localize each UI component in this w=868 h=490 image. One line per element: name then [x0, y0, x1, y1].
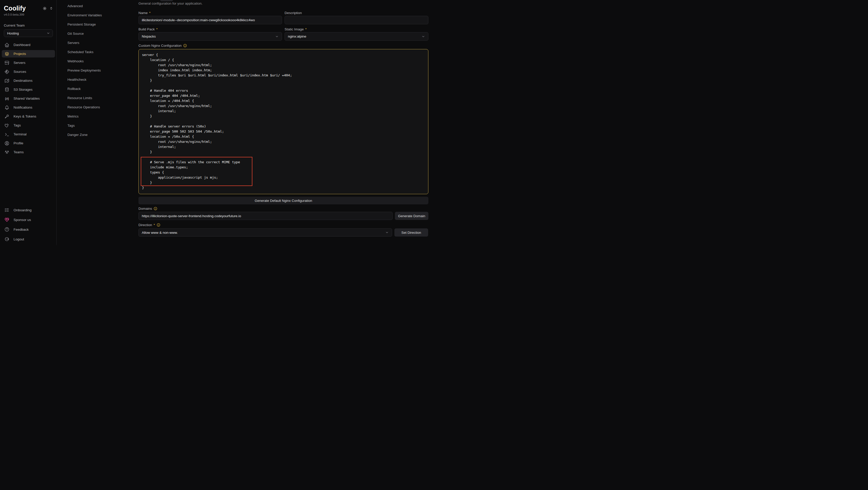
subnav-item-label: Servers	[67, 41, 80, 45]
subnav-item-label: Persistent Storage	[67, 23, 96, 26]
sidebar-item-sponsor-us[interactable]: Sponsor us	[2, 216, 55, 223]
info-icon[interactable]	[183, 44, 187, 48]
tags-icon	[4, 123, 9, 128]
sidebar-item-teams[interactable]: Teams	[2, 148, 55, 156]
scrolled-element-remnant	[160, 0, 173, 1]
sidebar-item-shared-variables[interactable]: (x) Shared Variables	[2, 95, 55, 102]
subnav-item-preview-deployments[interactable]: Preview Deployments	[57, 66, 138, 75]
sidebar-item-label: Keys & Tokens	[13, 115, 36, 118]
direction-select[interactable]: Allow www & non-www.	[138, 228, 392, 237]
logout-icon	[4, 237, 9, 242]
subnav-item-scheduled-tasks[interactable]: Scheduled Tasks	[57, 47, 138, 57]
sidebar-item-projects[interactable]: Projects	[2, 50, 55, 58]
subnav-item-resource-limits[interactable]: Resource Limits	[57, 93, 138, 102]
heart-handshake-icon	[4, 217, 9, 222]
sidebar-item-logout[interactable]: Logout	[2, 235, 55, 243]
theme-toggle-sun-icon[interactable]	[42, 6, 47, 11]
bell-icon	[4, 105, 9, 110]
settings-subnav: Advanced Environment Variables Persisten…	[57, 0, 138, 245]
terminal-icon	[4, 132, 9, 137]
sidebar-item-destinations[interactable]: Destinations	[2, 77, 55, 84]
key-icon	[4, 114, 9, 119]
subnav-item-danger-zone[interactable]: Danger Zone	[57, 130, 138, 139]
sidebar-item-notifications[interactable]: Notifications	[2, 104, 55, 111]
nginx-config-label-text: Custom Nginx Configuration	[138, 44, 182, 48]
sidebar-item-feedback[interactable]: Feedback	[2, 225, 55, 233]
generate-nginx-config-button[interactable]: Generate Default Nginx Configuration	[138, 197, 428, 204]
sidebar-item-sources[interactable]: Sources	[2, 68, 55, 75]
page-description: General configuration for your applicati…	[138, 2, 203, 5]
domains-label: Domains	[138, 207, 157, 211]
chevron-down-icon	[275, 35, 279, 38]
subnav-item-rollback[interactable]: Rollback	[57, 84, 138, 93]
sidebar-item-label: Shared Variables	[13, 97, 40, 100]
sidebar-item-dashboard[interactable]: Dashboard	[2, 41, 55, 49]
subnav-item-label: Danger Zone	[67, 133, 88, 137]
subnav-item-label: Scheduled Tasks	[67, 50, 93, 54]
sidebar-item-s3-storages[interactable]: S3 Storages	[2, 86, 55, 93]
sidebar: Coolify v4.0.0-beta.399 Current Team Hos…	[0, 0, 57, 245]
sidebar-item-keys-tokens[interactable]: Keys & Tokens	[2, 113, 55, 120]
home-icon	[4, 42, 9, 48]
build-pack-select[interactable]: Nixpacks	[138, 32, 282, 41]
name-input[interactable]	[138, 16, 282, 24]
info-icon[interactable]	[154, 207, 157, 211]
direction-label-text: Direction	[138, 223, 152, 227]
checklist-icon	[4, 208, 9, 213]
description-input[interactable]	[285, 16, 428, 24]
help-circle-icon	[4, 227, 9, 232]
sidebar-item-label: Servers	[13, 61, 26, 65]
set-direction-button[interactable]: Set Direction	[394, 228, 428, 237]
sidebar-bottom-nav: Onboarding Sponsor us Feedback Logout	[2, 206, 55, 243]
info-icon[interactable]	[157, 223, 160, 227]
nginx-config-editor[interactable]: server { location / { root /usr/share/ng…	[138, 49, 428, 194]
version-selector-icon[interactable]	[50, 7, 53, 10]
subnav-item-resource-operations[interactable]: Resource Operations	[57, 102, 138, 112]
build-pack-label: Build Pack*	[138, 27, 158, 31]
description-label-text: Description	[285, 11, 302, 15]
name-label: Name*	[138, 11, 151, 15]
static-image-value: nginx:alpine	[288, 34, 306, 38]
sidebar-item-label: Onboarding	[13, 208, 32, 212]
subnav-item-label: Advanced	[67, 4, 83, 8]
subnav-item-advanced[interactable]: Advanced	[57, 1, 138, 10]
sidebar-item-tags[interactable]: Tags	[2, 122, 55, 129]
layers-icon	[4, 51, 9, 57]
required-asterisk: *	[149, 11, 151, 15]
subnav-item-label: Tags	[67, 124, 75, 127]
sidebar-item-label: Projects	[13, 52, 26, 56]
subnav-item-tags[interactable]: Tags	[57, 121, 138, 130]
sidebar-item-label: S3 Storages	[13, 88, 32, 91]
subnav-item-healthcheck[interactable]: Healthcheck	[57, 75, 138, 84]
subnav-item-git-source[interactable]: Git Source	[57, 29, 138, 38]
static-image-label: Static Image*	[285, 27, 307, 31]
chevron-down-icon	[422, 35, 425, 38]
app-version: v4.0.0-beta.399	[4, 13, 24, 16]
sidebar-item-label: Teams	[13, 150, 24, 154]
nginx-config-code[interactable]: server { location / { root /usr/share/ng…	[139, 49, 428, 190]
required-asterisk: *	[156, 27, 158, 31]
sidebar-item-onboarding[interactable]: Onboarding	[2, 206, 55, 214]
static-image-label-text: Static Image	[285, 27, 304, 31]
subnav-item-label: Resource Limits	[67, 96, 92, 100]
subnav-item-webhooks[interactable]: Webhooks	[57, 57, 138, 66]
user-circle-icon	[4, 141, 9, 146]
subnav-item-environment-variables[interactable]: Environment Variables	[57, 10, 138, 20]
sidebar-item-servers[interactable]: Servers	[2, 59, 55, 66]
domains-input[interactable]	[138, 212, 393, 220]
sidebar-item-terminal[interactable]: Terminal	[2, 130, 55, 138]
sidebar-item-label: Tags	[13, 123, 21, 127]
subnav-item-persistent-storage[interactable]: Persistent Storage	[57, 20, 138, 29]
static-image-select[interactable]: nginx:alpine	[285, 32, 428, 41]
general-config-panel: General configuration for your applicati…	[138, 0, 428, 245]
server-icon	[4, 60, 9, 65]
subnav-item-label: Metrics	[67, 115, 79, 118]
sidebar-item-label: Logout	[13, 237, 24, 241]
subnav-item-metrics[interactable]: Metrics	[57, 112, 138, 121]
generate-domain-button[interactable]: Generate Domain	[395, 212, 428, 220]
subnav-item-servers[interactable]: Servers	[57, 38, 138, 47]
sidebar-item-profile[interactable]: Profile	[2, 140, 55, 147]
subnav-item-label: Resource Operations	[67, 105, 100, 109]
sidebar-nav: Dashboard Projects Servers Sources Desti…	[2, 41, 55, 157]
team-select[interactable]: Hosting	[4, 29, 53, 37]
